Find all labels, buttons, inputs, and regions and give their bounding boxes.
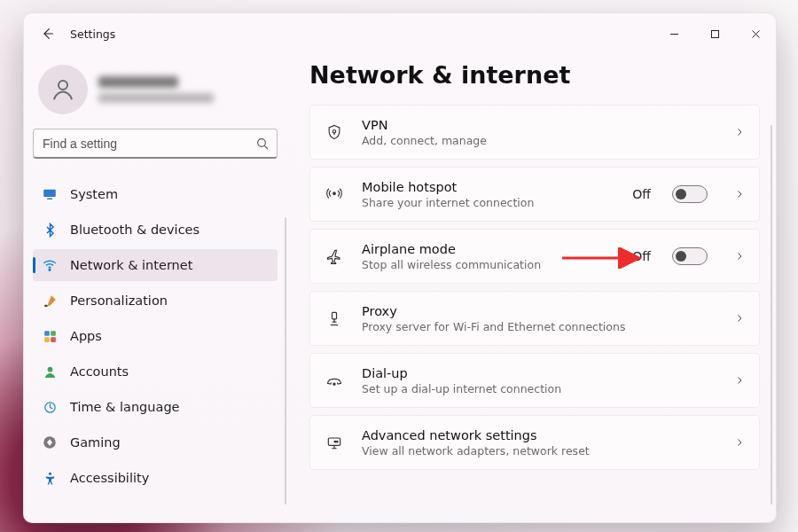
main-scroll-indicator — [771, 125, 772, 505]
profile-email-blurred — [98, 93, 214, 103]
sidebar-item-label: Time & language — [70, 400, 180, 414]
hotspot-status: Off — [632, 187, 651, 201]
svg-rect-14 — [51, 337, 56, 342]
accessibility-icon — [42, 470, 58, 486]
card-title: Airplane mode — [362, 241, 614, 257]
sidebar-item-time-language[interactable]: Time & language — [33, 391, 278, 423]
card-vpn[interactable]: VPN Add, connect, manage — [309, 105, 760, 160]
sidebar: System Bluetooth & devices Network & int… — [24, 54, 286, 522]
back-arrow-icon — [41, 27, 55, 41]
svg-point-18 — [48, 472, 51, 474]
svg-point-15 — [47, 366, 52, 372]
sidebar-item-personalization[interactable]: Personalization — [33, 285, 278, 317]
sidebar-item-bluetooth[interactable]: Bluetooth & devices — [33, 214, 278, 246]
settings-window: Settings — [23, 12, 777, 523]
sidebar-item-label: Bluetooth & devices — [70, 223, 200, 237]
advanced-network-icon — [325, 434, 344, 451]
profile-block[interactable] — [33, 59, 278, 129]
search-box[interactable] — [33, 129, 278, 159]
wifi-icon — [42, 257, 58, 273]
sidebar-item-label: Personalization — [70, 293, 168, 308]
card-airplane-mode[interactable]: Airplane mode Stop all wireless communic… — [309, 229, 760, 284]
svg-point-19 — [332, 130, 335, 133]
chevron-right-icon — [734, 251, 745, 262]
sidebar-item-apps[interactable]: Apps — [33, 320, 278, 352]
page-title: Network & internet — [309, 61, 760, 89]
minimize-icon — [669, 29, 679, 39]
sidebar-item-accessibility[interactable]: Accessibility — [33, 462, 278, 494]
chevron-right-icon — [734, 437, 745, 448]
search-input[interactable] — [43, 137, 255, 151]
chevron-right-icon — [734, 375, 745, 386]
svg-point-23 — [333, 383, 335, 385]
bluetooth-icon — [42, 222, 58, 238]
proxy-icon — [325, 309, 344, 327]
avatar — [38, 65, 88, 114]
person-filled-icon — [42, 364, 58, 379]
apps-icon — [42, 328, 58, 344]
svg-line-6 — [264, 145, 268, 149]
card-proxy[interactable]: Proxy Proxy server for Wi-Fi and Etherne… — [309, 291, 760, 346]
window-caption-controls — [653, 16, 776, 51]
app-title: Settings — [70, 27, 115, 41]
sidebar-item-system[interactable]: System — [33, 178, 278, 210]
svg-point-9 — [49, 269, 51, 270]
card-subtitle: Share your internet connection — [362, 196, 614, 210]
airplane-toggle[interactable] — [672, 247, 708, 265]
nav-list: System Bluetooth & devices Network & int… — [33, 178, 278, 494]
airplane-icon — [325, 247, 344, 265]
close-button[interactable] — [735, 16, 776, 51]
chevron-right-icon — [734, 189, 745, 200]
sidebar-item-network[interactable]: Network & internet — [33, 249, 278, 281]
card-dialup[interactable]: Dial-up Set up a dial-up internet connec… — [309, 353, 760, 408]
svg-rect-12 — [51, 331, 56, 336]
maximize-button[interactable] — [694, 16, 735, 51]
svg-rect-7 — [43, 190, 56, 197]
svg-point-20 — [333, 192, 336, 195]
sidebar-item-label: Accounts — [70, 364, 129, 379]
game-icon — [42, 434, 58, 450]
person-icon — [50, 76, 76, 103]
hotspot-toggle[interactable] — [672, 185, 708, 203]
monitor-icon — [42, 186, 58, 202]
svg-rect-8 — [47, 199, 52, 200]
airplane-status: Off — [632, 249, 651, 263]
svg-point-25 — [337, 441, 339, 442]
sidebar-item-label: System — [70, 187, 118, 201]
card-subtitle: Stop all wireless communication — [362, 258, 614, 272]
sidebar-item-label: Network & internet — [70, 258, 192, 272]
hotspot-icon — [325, 185, 344, 203]
sidebar-item-gaming[interactable]: Gaming — [33, 426, 278, 458]
profile-text — [98, 76, 214, 103]
card-title: Dial-up — [362, 365, 716, 381]
svg-point-5 — [258, 138, 266, 146]
sidebar-item-accounts[interactable]: Accounts — [33, 356, 278, 387]
title-bar: Settings — [24, 13, 776, 54]
minimize-button[interactable] — [653, 16, 694, 51]
brush-icon — [42, 293, 58, 309]
globe-clock-icon — [42, 399, 58, 415]
card-advanced-network[interactable]: Advanced network settings View all netwo… — [309, 415, 760, 470]
search-icon — [255, 137, 270, 151]
profile-name-blurred — [98, 76, 178, 88]
card-mobile-hotspot[interactable]: Mobile hotspot Share your internet conne… — [309, 167, 760, 222]
chevron-right-icon — [734, 127, 745, 137]
card-title: Mobile hotspot — [362, 179, 614, 195]
svg-point-26 — [334, 441, 336, 442]
dialup-icon — [325, 372, 344, 389]
svg-rect-1 — [711, 30, 718, 37]
card-subtitle: Proxy server for Wi-Fi and Ethernet conn… — [362, 320, 716, 334]
card-subtitle: View all network adapters, network reset — [362, 444, 716, 458]
svg-rect-11 — [44, 331, 50, 336]
close-icon — [751, 29, 761, 39]
back-button[interactable] — [38, 24, 58, 43]
svg-rect-22 — [332, 312, 337, 319]
shield-icon — [325, 123, 344, 141]
card-title: VPN — [362, 117, 716, 133]
sidebar-item-label: Gaming — [70, 435, 121, 450]
card-title: Advanced network settings — [362, 427, 716, 443]
svg-rect-10 — [44, 304, 48, 306]
card-subtitle: Set up a dial-up internet connection — [362, 382, 716, 396]
main-content: Network & internet VPN Add, connect, man… — [286, 54, 776, 522]
card-subtitle: Add, connect, manage — [362, 134, 716, 148]
